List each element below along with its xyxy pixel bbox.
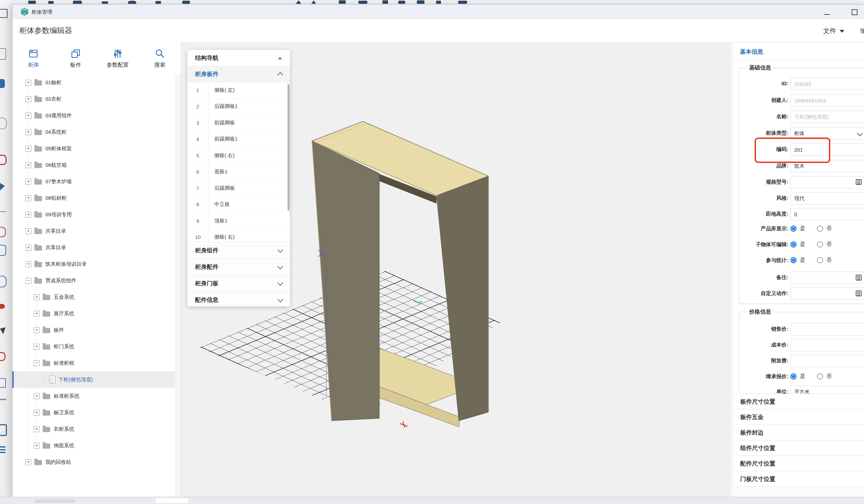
tree-expand-icon[interactable]: + (25, 129, 31, 135)
tree-item[interactable]: +04系统柜 (12, 124, 181, 140)
clipped-menu-item[interactable]: 编 (860, 26, 864, 35)
tree-expand-icon[interactable]: + (25, 179, 31, 185)
tree-expand-icon[interactable]: − (34, 360, 40, 366)
tree-item-selected[interactable]: 下柜(侧包顶底) (12, 371, 181, 388)
tree-item[interactable]: +饰面系统 (12, 437, 181, 454)
radio-yes-selected[interactable] (790, 257, 797, 263)
tree-item[interactable]: +09培训专用 (12, 206, 181, 223)
tree-item[interactable]: +衣柜系统 (12, 421, 181, 437)
tree-expand-icon[interactable]: + (34, 311, 40, 317)
tree-expand-icon[interactable]: + (25, 228, 31, 234)
tree-item[interactable]: −标准柜框 (12, 355, 181, 371)
tree-item[interactable]: +展厅系统 (12, 305, 181, 322)
tree-expand-icon[interactable]: + (34, 327, 40, 333)
tree-item[interactable]: +05柜体框架 (12, 140, 181, 157)
unit-field[interactable] (790, 386, 864, 394)
tree-item[interactable]: +橱卫系统 (12, 404, 181, 421)
tree-item[interactable]: +06航空箱 (12, 157, 181, 173)
floor-height-field[interactable] (790, 208, 864, 220)
cost-price-field[interactable] (790, 339, 864, 351)
tree-item[interactable]: +筑木柜体培训目录 (12, 256, 181, 272)
tree-item[interactable]: +共享目录 (12, 223, 181, 239)
tree-expand-icon[interactable]: − (25, 278, 31, 284)
tree-expand-icon[interactable]: + (34, 344, 40, 350)
tree-item[interactable]: −贯成系统组件 (12, 272, 181, 289)
panel-list-item[interactable]: 10侧板( 右) (187, 229, 290, 246)
tree-expand-icon[interactable]: + (25, 245, 31, 251)
panel-list-item[interactable]: 6底板1 (187, 164, 290, 180)
cabinet-type-select[interactable] (790, 127, 864, 140)
tree-expand-icon[interactable]: + (25, 80, 31, 86)
radio-no[interactable] (817, 257, 823, 263)
tree-expand-icon[interactable]: + (25, 195, 31, 201)
radio-no[interactable] (817, 241, 823, 248)
tree-expand-icon[interactable]: + (25, 459, 31, 465)
tree-item[interactable]: +柜门系统 (12, 338, 181, 355)
tree-item[interactable]: +01橱柜 (12, 74, 181, 91)
tree-expand-icon[interactable]: + (25, 146, 31, 152)
code-field[interactable] (790, 143, 864, 156)
remark-field[interactable] (790, 272, 864, 284)
tree-item[interactable]: +02衣柜 (12, 91, 181, 107)
panel-list-item[interactable]: 2后踢脚板1 (187, 99, 290, 115)
name-field[interactable] (790, 111, 864, 123)
tree-expand-icon[interactable]: + (34, 426, 40, 432)
minimize-button[interactable] (824, 14, 830, 15)
panel-list-item[interactable]: 9顶板1 (187, 213, 290, 229)
tree-item[interactable]: +我的回收站 (12, 454, 181, 470)
id-field[interactable] (790, 78, 864, 90)
structure-nav-header[interactable]: 结构导航 (187, 50, 290, 66)
section-accessory-size-position[interactable]: 配件尺寸位置 (733, 456, 864, 471)
tree-expand-icon[interactable]: + (25, 212, 31, 218)
section-door-size-position[interactable]: 门板尺寸位置 (733, 471, 864, 486)
sale-price-field[interactable] (790, 323, 864, 336)
section-accessory-info[interactable]: 配件信息 (187, 292, 290, 307)
tree-expand-icon[interactable]: + (34, 393, 40, 399)
section-body-doors[interactable]: 柜身门板 (187, 275, 290, 292)
tree-item[interactable]: +08铝材柜 (12, 190, 181, 206)
brand-field[interactable] (790, 160, 864, 172)
tree-expand-icon[interactable]: + (34, 294, 40, 300)
form-edit-icon[interactable] (856, 275, 862, 281)
list-scrollbar-thumb[interactable] (288, 84, 290, 211)
panel-list-item[interactable]: 8中立板 (187, 197, 290, 213)
form-edit-icon[interactable] (856, 179, 862, 185)
panel-list-item[interactable]: 1侧板( 左) (187, 82, 290, 99)
custom-action-field[interactable] (790, 287, 864, 300)
panel-list-item[interactable]: 5侧板( 右) (187, 147, 290, 164)
extra-fee-field[interactable] (790, 355, 864, 367)
section-panel-hardware[interactable]: 板件五金 (733, 409, 864, 425)
section-body-accessories[interactable]: 柜身配件 (187, 259, 290, 275)
panel-list-item[interactable]: 7后踢脚板 (187, 180, 290, 197)
tree-item[interactable]: +五金系统 (12, 289, 181, 305)
spec-field[interactable] (790, 176, 864, 188)
form-edit-icon[interactable] (856, 291, 862, 296)
radio-no[interactable] (817, 373, 823, 380)
file-menu[interactable]: 文件 (823, 26, 844, 35)
tree-expand-icon[interactable]: + (25, 113, 31, 119)
tree-item[interactable]: +标准柜系统 (12, 388, 181, 404)
tree-expand-icon[interactable]: + (34, 410, 40, 416)
tab-parameter-config[interactable]: 参数配置 (97, 42, 139, 74)
tree-expand-icon[interactable]: + (25, 261, 31, 267)
maximize-button[interactable] (852, 9, 857, 15)
tree-item[interactable]: +共享目录 (12, 239, 181, 256)
tree-expand-icon[interactable]: + (34, 443, 40, 449)
tree-item[interactable]: +板件 (12, 322, 181, 338)
radio-yes-selected[interactable] (790, 241, 797, 248)
radio-yes-selected[interactable] (790, 373, 797, 380)
radio-no[interactable] (817, 226, 823, 232)
section-body-panels[interactable]: 柜身板件 (187, 66, 290, 82)
section-panel-edge-banding[interactable]: 板件封边 (733, 425, 864, 440)
radio-yes-selected[interactable] (790, 226, 797, 232)
tree-item[interactable]: +03通用组件 (12, 107, 181, 124)
tab-panels[interactable]: 板件 (55, 42, 97, 74)
tree-expand-icon[interactable]: + (25, 162, 31, 168)
tree-expand-icon[interactable]: + (25, 96, 31, 102)
panel-list-item[interactable]: 3前踢脚板 (187, 115, 290, 131)
tab-search[interactable]: 搜索 (139, 42, 181, 74)
style-field[interactable] (790, 192, 864, 205)
tree-item[interactable]: +07整木护墙 (12, 173, 181, 190)
section-component-size-position[interactable]: 组件尺寸位置 (733, 440, 864, 456)
section-panel-size-position[interactable]: 板件尺寸位置 (733, 394, 864, 409)
